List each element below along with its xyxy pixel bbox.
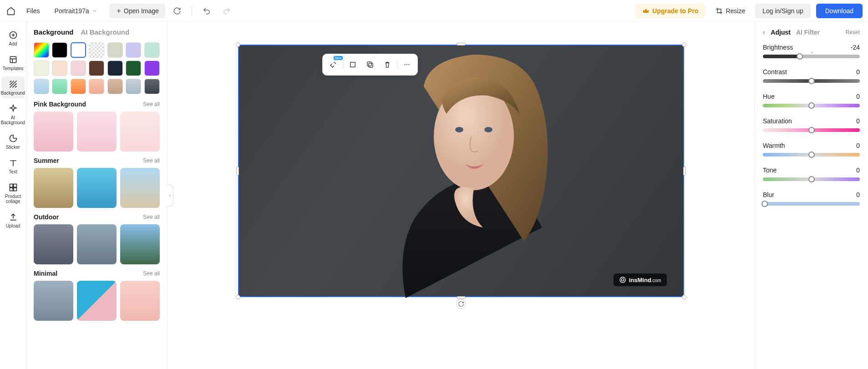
see-all-summer[interactable]: See all <box>143 157 160 164</box>
slider-tone[interactable] <box>763 177 860 181</box>
delete-button[interactable] <box>380 57 395 72</box>
resize-button[interactable]: Resize <box>711 4 750 18</box>
canvas-selection[interactable]: insMind.com <box>238 45 684 297</box>
nav-upload[interactable]: Upload <box>2 209 25 231</box>
icon-sidebar: Add Templates Background AI Background S… <box>0 22 26 369</box>
more-button[interactable] <box>399 57 415 72</box>
files-button[interactable]: Files <box>20 5 46 17</box>
crop-button[interactable] <box>345 57 360 72</box>
nav-add[interactable]: Add <box>2 27 25 49</box>
nav-sticker[interactable]: Sticker <box>2 131 25 152</box>
bg-thumbnail[interactable] <box>120 168 160 208</box>
bg-thumbnail[interactable] <box>34 281 73 321</box>
rotate-handle[interactable] <box>456 299 466 309</box>
collapse-panel-handle[interactable]: ‹ <box>167 185 173 207</box>
login-button[interactable]: Log in/Sign up <box>755 4 811 18</box>
slider-blur[interactable] <box>763 202 860 206</box>
color-swatch[interactable] <box>126 42 141 58</box>
upgrade-button[interactable]: Upgrade to Pro <box>635 4 706 18</box>
tab-ai-filter[interactable]: AI Filter <box>796 29 820 36</box>
color-swatch[interactable] <box>34 79 49 94</box>
slider-saturation[interactable] <box>763 128 860 132</box>
color-swatch[interactable] <box>34 42 49 58</box>
resize-handle-tl[interactable] <box>236 42 240 47</box>
canvas-image[interactable]: insMind.com <box>238 45 684 297</box>
tab-ai-background[interactable]: AI Background <box>81 28 130 36</box>
home-icon[interactable] <box>5 5 16 16</box>
resize-handle-bl[interactable] <box>236 295 240 299</box>
nav-ai-background[interactable]: AI Background <box>2 101 25 128</box>
upload-icon <box>8 212 18 222</box>
duplicate-button[interactable] <box>362 57 378 72</box>
bg-thumbnail[interactable] <box>77 281 117 321</box>
see-all-minimal[interactable]: See all <box>143 270 160 277</box>
resize-handle-top[interactable] <box>457 43 466 45</box>
color-swatch[interactable] <box>126 79 141 94</box>
bg-thumbnail[interactable] <box>34 168 73 208</box>
resize-handle-left[interactable] <box>236 167 239 176</box>
color-swatch[interactable] <box>71 42 86 58</box>
nav-product-collage[interactable]: Product collage <box>2 180 25 207</box>
resize-handle-tr[interactable] <box>682 42 686 47</box>
resize-handle-br[interactable] <box>682 295 686 299</box>
floating-toolbar: New <box>322 54 418 76</box>
color-swatch[interactable] <box>71 79 86 94</box>
canvas-area: ‹ New <box>168 22 754 369</box>
color-swatch[interactable] <box>144 42 160 58</box>
control-hue: Hue0 <box>763 93 860 107</box>
color-swatch[interactable] <box>144 61 160 76</box>
slider-warmth[interactable] <box>763 153 860 157</box>
see-all-outdoor[interactable]: See all <box>143 214 160 220</box>
nav-text[interactable]: Text <box>2 155 25 177</box>
color-swatch[interactable] <box>107 79 123 94</box>
value-blur: 0 <box>856 191 860 198</box>
download-button[interactable]: Download <box>816 4 863 18</box>
bg-thumbnail[interactable] <box>120 281 160 321</box>
color-swatch[interactable] <box>144 79 160 94</box>
label-tone: Tone <box>763 167 777 174</box>
undo-icon[interactable] <box>202 6 211 15</box>
nav-text-label: Text <box>9 169 17 174</box>
ai-enhance-button[interactable]: New <box>325 57 341 72</box>
redo-icon[interactable] <box>222 6 231 15</box>
color-swatch[interactable] <box>107 61 123 76</box>
section-pink: Pink Background See all <box>34 101 160 152</box>
slider-contrast[interactable] <box>763 79 860 83</box>
watermark-brand: insMind <box>629 277 651 283</box>
sync-icon[interactable] <box>173 6 182 15</box>
see-all-pink[interactable]: See all <box>143 101 160 107</box>
reset-button[interactable]: Reset <box>846 29 860 35</box>
tab-background[interactable]: Background <box>34 28 74 36</box>
slider-brightness[interactable] <box>763 55 860 58</box>
color-swatch[interactable] <box>89 42 104 58</box>
color-swatch[interactable] <box>89 61 104 76</box>
label-blur: Blur <box>763 191 774 198</box>
color-swatch[interactable] <box>71 61 86 76</box>
color-swatch[interactable] <box>107 42 123 58</box>
svg-point-10 <box>406 64 407 65</box>
sparkle-icon <box>8 104 18 114</box>
back-icon[interactable]: ‹ <box>763 28 765 36</box>
bg-thumbnail[interactable] <box>77 111 117 152</box>
nav-background[interactable]: Background <box>2 76 25 98</box>
bg-thumbnail[interactable] <box>77 224 117 264</box>
color-swatch[interactable] <box>52 79 67 94</box>
tab-adjust[interactable]: Adjust <box>771 29 791 36</box>
color-swatch[interactable] <box>126 61 141 76</box>
color-swatch[interactable] <box>89 79 104 94</box>
bg-thumbnail[interactable] <box>120 111 160 152</box>
resize-handle-right[interactable] <box>683 167 686 176</box>
chevron-down-icon <box>92 8 97 14</box>
color-swatch[interactable] <box>52 61 67 76</box>
nav-templates[interactable]: Templates <box>2 52 25 74</box>
bg-thumbnail[interactable] <box>34 224 73 264</box>
filename-dropdown[interactable]: Portrait197a <box>50 5 102 17</box>
color-swatch[interactable] <box>52 42 67 58</box>
bg-thumbnail[interactable] <box>77 168 117 208</box>
bg-thumbnail[interactable] <box>34 111 73 152</box>
open-image-button[interactable]: Open Image <box>109 4 165 18</box>
slider-hue[interactable] <box>763 104 860 107</box>
label-hue: Hue <box>763 93 775 100</box>
bg-thumbnail[interactable] <box>120 224 160 264</box>
color-swatch[interactable] <box>34 61 49 76</box>
